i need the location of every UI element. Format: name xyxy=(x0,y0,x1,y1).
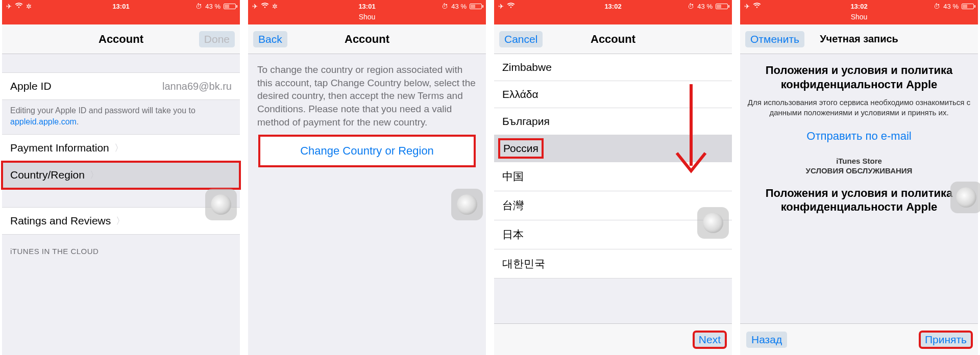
country-list[interactable]: ZimbabweΕλλάδαБългарияРоссия中国台灣日本대한민국 xyxy=(494,54,732,278)
screen-1: ✈ ✲ 13:01 ⏱ 43 % Account Done Apple ID l… xyxy=(2,0,240,355)
chevron-right-icon: 〉 xyxy=(90,169,99,181)
status-time: 13:01 xyxy=(248,3,486,10)
next-button[interactable]: Next xyxy=(694,332,726,348)
row-apple-id[interactable]: Apple ID lanna69@bk.ru xyxy=(2,72,240,100)
country-row[interactable]: Ελλάδα xyxy=(494,81,732,108)
apple-id-note: Editing your Apple ID and password will … xyxy=(2,100,240,134)
assistive-touch-button[interactable] xyxy=(697,207,729,239)
back-button[interactable]: Back xyxy=(253,31,287,47)
assistive-touch-button[interactable] xyxy=(950,182,980,213)
change-country-description: To change the country or region associat… xyxy=(248,54,486,136)
battery-icon xyxy=(224,4,236,9)
status-subtitle: Shou xyxy=(740,11,978,24)
chevron-right-icon: 〉 xyxy=(114,142,124,154)
battery-icon xyxy=(716,4,728,9)
battery-icon xyxy=(470,4,482,9)
apple-id-value: lanna69@bk.ru xyxy=(162,81,232,92)
status-subtitle xyxy=(2,11,240,24)
ratings-label: Ratings and Reviews xyxy=(10,215,111,227)
terms-title-2: Положения и условия и политика конфиденц… xyxy=(747,186,971,214)
apple-id-link[interactable]: appleid.apple.com xyxy=(10,117,77,126)
done-button[interactable]: Done xyxy=(199,31,235,47)
chevron-right-icon: 〉 xyxy=(116,215,125,227)
status-time: 13:02 xyxy=(494,3,732,10)
status-time: 13:01 xyxy=(2,3,240,10)
terms-subtitle: Для использования этого сервиса необходи… xyxy=(747,97,971,118)
country-row[interactable]: 台灣 xyxy=(494,191,732,220)
nav-bar: Отменить Учетная запись xyxy=(740,24,978,54)
send-email-link[interactable]: Отправить по e-mail xyxy=(806,130,911,143)
status-bar: ✈ 13:02 ⏱ 43 % xyxy=(494,0,732,12)
section-itunes-cloud: iTUNES IN THE CLOUD xyxy=(2,235,240,260)
nav-bar: Back Account xyxy=(248,24,486,54)
row-payment-info[interactable]: Payment Information 〉 xyxy=(2,134,240,162)
battery-icon xyxy=(962,4,974,9)
cancel-button[interactable]: Cancel xyxy=(499,31,543,47)
country-row[interactable]: Zimbabwe xyxy=(494,54,732,81)
accept-button[interactable]: Принять xyxy=(920,332,972,348)
apple-id-label: Apple ID xyxy=(10,80,52,92)
screen-2: ✈ ✲ 13:01 ⏱ 43 % Shou Back Account To ch… xyxy=(248,0,486,355)
payment-label: Payment Information xyxy=(10,142,109,154)
status-subtitle xyxy=(494,11,732,24)
nav-bar: Account Done xyxy=(2,24,240,54)
row-ratings-reviews[interactable]: Ratings and Reviews 〉 xyxy=(2,207,240,235)
status-bar: ✈ 13:02 ⏱ 43 % xyxy=(740,0,978,12)
nav-bar: Cancel Account xyxy=(494,24,732,54)
status-bar: ✈ ✲ 13:01 ⏱ 43 % xyxy=(2,0,240,12)
country-row[interactable]: 中国 xyxy=(494,162,732,191)
country-row[interactable]: Россия xyxy=(494,135,732,162)
bottom-bar: Назад Принять xyxy=(740,323,978,355)
terms-title: Положения и условия и политика конфиденц… xyxy=(747,63,971,91)
change-country-button[interactable]: Change Country or Region xyxy=(259,136,475,166)
cancel-button[interactable]: Отменить xyxy=(745,31,804,47)
store-terms-label: iTunes Store УСЛОВИЯ ОБСЛУЖИВАНИЯ xyxy=(747,156,971,176)
bottom-bar: Next xyxy=(494,323,732,355)
assistive-touch-button[interactable] xyxy=(451,189,483,220)
screen-4: ✈ 13:02 ⏱ 43 % Shou Отменить Учетная зап… xyxy=(740,0,978,355)
row-country-region[interactable]: Country/Region 〉 xyxy=(2,162,240,189)
country-row[interactable]: 日本 xyxy=(494,220,732,249)
screen-3: ✈ 13:02 ⏱ 43 % Cancel Account ZimbabweΕλ… xyxy=(494,0,732,355)
country-row[interactable]: 대한민국 xyxy=(494,249,732,278)
assistive-touch-button[interactable] xyxy=(205,189,237,220)
country-row[interactable]: България xyxy=(494,108,732,135)
back-button[interactable]: Назад xyxy=(746,332,787,348)
status-bar: ✈ ✲ 13:01 ⏱ 43 % xyxy=(248,0,486,12)
country-label: Country/Region xyxy=(10,169,85,181)
status-subtitle: Shou xyxy=(248,11,486,24)
status-time: 13:02 xyxy=(740,3,978,10)
